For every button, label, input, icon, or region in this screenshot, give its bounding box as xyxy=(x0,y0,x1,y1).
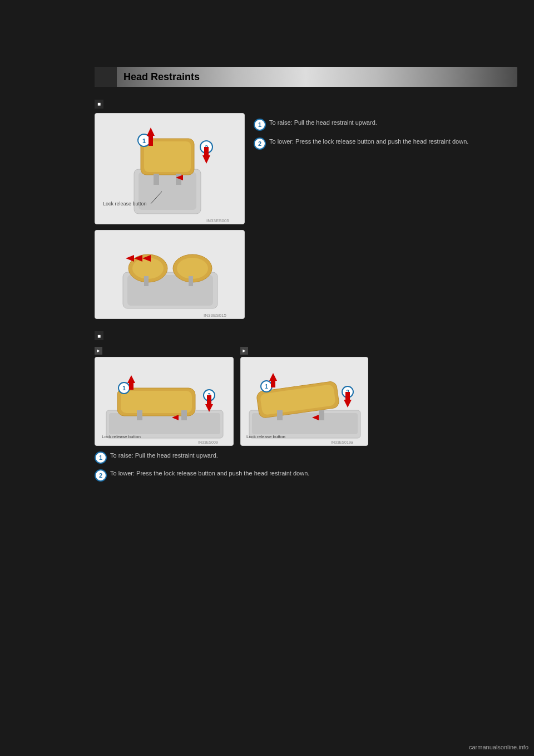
front-seat-section: ■ xyxy=(95,98,517,319)
content-area: Head Restraints ■ xyxy=(95,0,517,756)
svg-rect-44 xyxy=(129,383,134,390)
svg-rect-12 xyxy=(149,136,153,146)
svg-rect-56 xyxy=(319,410,324,420)
front-seat-marker: ■ xyxy=(95,100,103,109)
svg-point-26 xyxy=(177,258,208,279)
svg-text:1: 1 xyxy=(142,138,146,144)
svg-rect-5 xyxy=(154,174,159,185)
front-seat-svg-1: 1 2 xyxy=(95,114,245,224)
page: Head Restraints ■ xyxy=(0,0,534,756)
rear-desc-2-number: 2 xyxy=(95,469,107,482)
svg-text:IN33ES015: IN33ES015 xyxy=(204,313,226,318)
website-text: carmanualsonline.info xyxy=(469,744,528,750)
svg-rect-62 xyxy=(271,381,275,387)
rear-desc-2-text: To lower: Press the lock release button … xyxy=(110,469,309,478)
rear-seat-diagrams-row: ► xyxy=(95,345,517,446)
svg-rect-34 xyxy=(109,413,220,434)
front-seat-diagram-2: IN33ES015 xyxy=(95,230,245,319)
front-seat-diagram-1: 1 2 xyxy=(95,113,245,224)
svg-rect-38 xyxy=(181,410,187,420)
svg-rect-55 xyxy=(277,410,283,420)
svg-text:IN33ES005: IN33ES005 xyxy=(206,218,229,223)
rear-seat-marker: ■ xyxy=(95,331,103,340)
rear-desc-2: 2 To lower: Press the lock release butto… xyxy=(95,469,517,482)
svg-text:IN33ES019a: IN33ES019a xyxy=(331,440,353,444)
svg-text:Lock release button: Lock release button xyxy=(102,434,141,439)
header-dark-box xyxy=(95,67,117,87)
front-desc-2-text: To lower: Press the lock release button … xyxy=(269,138,468,146)
svg-rect-64 xyxy=(345,392,350,401)
rear-right-svg: 1 2 xyxy=(241,357,368,446)
svg-rect-36 xyxy=(121,391,192,413)
rear-seat-section: ■ ► xyxy=(95,330,517,482)
svg-point-23 xyxy=(132,258,164,279)
rear-right-sublabel-text: ► xyxy=(242,348,247,354)
rear-right-sublabel: ► xyxy=(240,347,248,355)
rear-desc-1-text: To raise: Pull the head restraint upward… xyxy=(110,451,218,460)
front-desc-1-text: To raise: Pull the head restraint upward… xyxy=(269,119,377,127)
rear-left-sublabel-text: ► xyxy=(96,348,101,354)
rear-left-svg: 1 2 xyxy=(95,357,234,446)
front-seat-svg-2: IN33ES015 xyxy=(95,230,245,319)
header-bar: Head Restraints xyxy=(95,67,517,87)
svg-rect-4 xyxy=(144,141,191,172)
rear-seat-marker-text: ■ xyxy=(97,333,101,339)
rear-right-diagram: 1 2 xyxy=(240,357,368,446)
front-desc-1-number: 1 xyxy=(254,119,266,131)
section-header: Head Restraints xyxy=(95,67,517,87)
svg-rect-46 xyxy=(207,395,211,405)
svg-text:1: 1 xyxy=(265,384,268,390)
svg-rect-14 xyxy=(204,147,209,157)
rear-desc-1-number: 1 xyxy=(95,451,107,464)
front-seat-diagrams: 1 2 xyxy=(95,113,245,319)
svg-rect-24 xyxy=(144,276,149,286)
front-desc-1: 1 To raise: Pull the head restraint upwa… xyxy=(254,119,517,131)
front-seat-layout: 1 2 xyxy=(95,113,517,319)
svg-rect-37 xyxy=(137,410,142,420)
front-seat-marker-text: ■ xyxy=(97,101,101,107)
rear-left-group: ► xyxy=(95,345,234,446)
front-seat-descriptions: 1 To raise: Pull the head restraint upwa… xyxy=(254,113,517,319)
rear-desc-1: 1 To raise: Pull the head restraint upwa… xyxy=(95,451,517,464)
svg-text:Lock release button: Lock release button xyxy=(246,434,285,439)
rear-seat-descriptions: 1 To raise: Pull the head restraint upwa… xyxy=(95,451,517,482)
rear-left-diagram: 1 2 xyxy=(95,357,234,446)
rear-right-group: ► xyxy=(240,345,368,446)
rear-left-sublabel: ► xyxy=(95,347,102,355)
page-title: Head Restraints xyxy=(117,71,200,83)
website-watermark: carmanualsonline.info xyxy=(469,744,528,750)
svg-text:Lock release button: Lock release button xyxy=(103,201,147,207)
front-desc-2-number: 2 xyxy=(254,138,266,150)
svg-rect-27 xyxy=(189,276,193,286)
svg-rect-2 xyxy=(139,172,196,210)
svg-text:IN33ES009: IN33ES009 xyxy=(198,440,218,444)
front-desc-2: 2 To lower: Press the lock release butto… xyxy=(254,138,517,150)
svg-text:1: 1 xyxy=(122,385,126,391)
